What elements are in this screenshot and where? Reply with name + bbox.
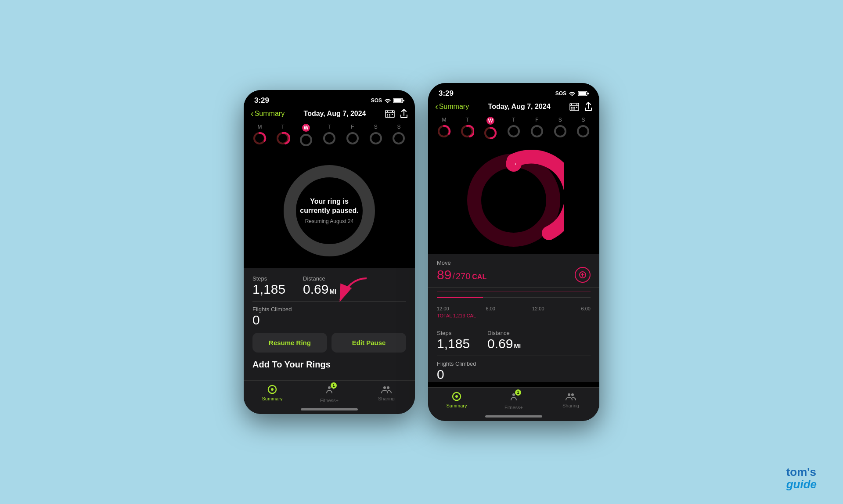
svg-rect-38 [576, 107, 577, 108]
week-day-s2[interactable]: S [392, 124, 406, 147]
svg-point-17 [371, 133, 381, 144]
tab-summary-left[interactable]: Summary [244, 384, 301, 403]
svg-rect-39 [571, 108, 573, 110]
fitness-tab-label: Fitness+ [320, 398, 339, 403]
right-sharing-tab-label: Sharing [562, 403, 579, 408]
left-phone: 3:29 SOS ‹ Summary Today, Au [244, 90, 415, 414]
right-week-day-t1[interactable]: T [460, 117, 474, 140]
right-battery-icon [578, 91, 589, 96]
resume-ring-button[interactable]: Resume Ring [252, 333, 327, 353]
summary-tab-label: Summary [262, 396, 282, 401]
tab-sharing-left[interactable]: Sharing [358, 384, 415, 403]
svg-rect-2 [394, 99, 402, 102]
right-week-bar: M T W [428, 115, 599, 143]
move-current: 89 [437, 267, 451, 282]
svg-point-53 [455, 395, 458, 398]
right-sharing-tab-icon [565, 391, 576, 402]
tab-fitness-left[interactable]: 1 Fitness+ [301, 384, 358, 403]
left-back-btn[interactable]: ‹ Summary [251, 108, 285, 119]
summary-tab-icon [267, 384, 277, 395]
svg-point-21 [271, 388, 274, 391]
right-steps-value: 1,185 [437, 336, 470, 351]
right-nav-title: Today, Aug 7, 2024 [488, 103, 551, 111]
calendar-icon-left[interactable] [385, 109, 395, 118]
svg-rect-40 [573, 108, 575, 110]
right-week-day-w-today[interactable]: W [483, 117, 497, 140]
right-back-label[interactable]: Summary [439, 103, 469, 111]
share-icon-right[interactable] [584, 102, 592, 112]
right-home-indicator [428, 414, 599, 421]
left-home-indicator [244, 407, 415, 414]
svg-rect-7 [387, 114, 388, 115]
edit-pause-button[interactable]: Edit Pause [331, 333, 406, 353]
share-icon-left[interactable] [400, 109, 408, 119]
svg-rect-37 [573, 107, 575, 108]
svg-point-48 [474, 161, 553, 240]
svg-rect-11 [389, 115, 390, 117]
week-day-w-today[interactable]: W [299, 124, 313, 147]
left-big-ring: Your ring is currently paused. Resuming … [244, 150, 415, 268]
right-week-day-t2[interactable]: T [507, 117, 521, 140]
svg-point-44 [508, 126, 519, 137]
left-back-label[interactable]: Summary [255, 110, 285, 118]
wifi-icon [384, 98, 391, 103]
right-week-day-s1[interactable]: S [553, 117, 567, 140]
left-time: 3:29 [254, 96, 269, 105]
svg-rect-36 [571, 107, 573, 108]
flights-value: 0 [252, 313, 406, 328]
left-tab-bar: Summary 1 Fitness+ [244, 380, 415, 407]
sharing-tab-label: Sharing [378, 396, 395, 401]
left-nav-title: Today, Aug 7, 2024 [304, 110, 366, 118]
paused-subtitle: Resuming August 24 [299, 218, 360, 224]
left-week-bar: M T W [244, 122, 415, 150]
svg-point-56 [568, 393, 570, 396]
svg-point-45 [532, 126, 542, 137]
add-rings-section: Add To Your Rings [252, 360, 406, 380]
week-day-m[interactable]: M [252, 124, 267, 147]
right-big-ring: → [428, 143, 599, 254]
svg-rect-30 [587, 93, 589, 94]
right-summary-tab-icon [451, 391, 462, 402]
tab-summary-right[interactable]: Summary [428, 391, 485, 410]
tab-sharing-right[interactable]: Sharing [542, 391, 599, 410]
svg-rect-10 [387, 115, 388, 117]
week-day-f[interactable]: F [346, 124, 360, 147]
svg-point-27 [387, 386, 389, 389]
right-week-day-f[interactable]: F [530, 117, 544, 140]
right-distance-unit: MI [514, 342, 521, 349]
right-wifi-icon [569, 91, 576, 96]
svg-point-13 [277, 133, 288, 144]
left-chevron-icon: ‹ [251, 108, 254, 119]
right-week-day-s2[interactable]: S [576, 117, 590, 140]
svg-rect-8 [389, 114, 390, 115]
svg-rect-1 [403, 100, 404, 101]
week-day-t1[interactable]: T [276, 124, 290, 147]
distance-unit: MI [329, 288, 336, 295]
steps-value: 1,185 [252, 282, 285, 297]
right-phone: 3:29 SOS ‹ Summary Today, Aug 7, 2024 [428, 83, 599, 421]
svg-point-16 [347, 133, 358, 144]
right-fitness-tab-label: Fitness+ [504, 405, 523, 410]
svg-rect-34 [571, 104, 572, 105]
steps-label: Steps [252, 275, 285, 282]
week-day-t2[interactable]: T [322, 124, 336, 147]
svg-point-46 [555, 126, 566, 137]
week-day-s1[interactable]: S [369, 124, 383, 147]
right-flights-value: 0 [437, 367, 591, 382]
svg-point-15 [324, 133, 335, 144]
tab-fitness-right[interactable]: 1 Fitness+ [485, 391, 542, 410]
toms-guide-watermark: tom's guide [786, 466, 817, 491]
calendar-icon-right[interactable] [569, 102, 579, 111]
right-fitness-badge: 1 [515, 389, 521, 396]
sharing-tab-icon [381, 384, 392, 395]
move-unit: CAL [472, 273, 486, 281]
product-name: guide [786, 478, 817, 491]
move-label: Move [437, 259, 591, 266]
right-week-day-m[interactable]: M [437, 117, 451, 140]
left-nav-bar: ‹ Summary Today, Aug 7, 2024 [244, 107, 415, 122]
svg-rect-31 [579, 92, 586, 95]
right-back-btn[interactable]: ‹ Summary [435, 101, 469, 112]
move-edit-btn[interactable] [575, 267, 591, 283]
flights-label: Flights Climbed [252, 306, 406, 313]
brand-name: tom's [786, 465, 816, 479]
